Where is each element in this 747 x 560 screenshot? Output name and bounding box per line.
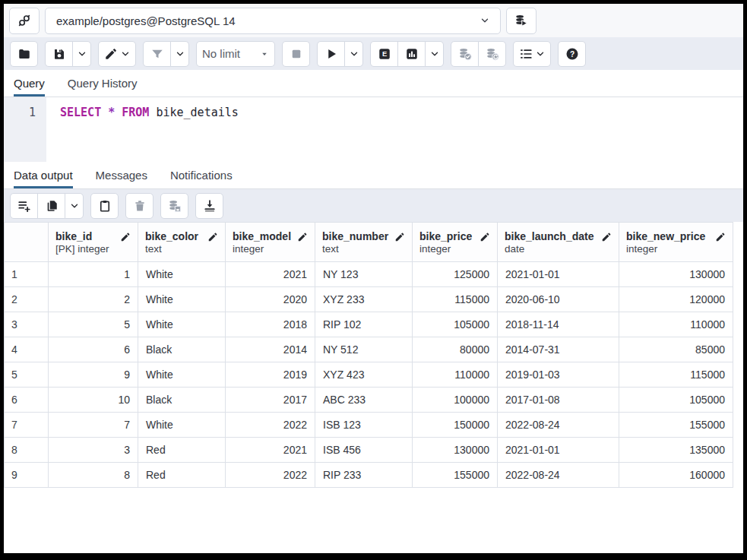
commit-button[interactable] <box>451 41 479 67</box>
grid-cell[interactable]: 80000 <box>413 337 498 362</box>
grid-cell[interactable]: 9 <box>49 362 138 388</box>
grid-cell[interactable]: Red <box>138 438 226 463</box>
grid-cell[interactable]: NY 123 <box>315 262 413 287</box>
connection-selector[interactable]: example/postgres@PostgreSQL 14 <box>45 8 501 34</box>
grid-cell[interactable]: 100000 <box>413 388 498 413</box>
grid-cell[interactable]: 2021-01-01 <box>498 262 619 287</box>
grid-cell[interactable]: 2014 <box>226 337 315 362</box>
macros-button[interactable] <box>513 41 551 67</box>
pencil-icon[interactable] <box>120 232 131 242</box>
grid-cell[interactable]: XYZ 423 <box>315 362 413 388</box>
grid-cell[interactable]: RIP 102 <box>315 312 413 337</box>
cancel-query-button[interactable] <box>282 41 310 67</box>
grid-cell[interactable]: Black <box>138 388 226 413</box>
explain-button[interactable]: E <box>370 41 398 67</box>
row-number[interactable]: 5 <box>5 362 49 388</box>
grid-cell[interactable]: RIP 233 <box>315 463 413 488</box>
column-header-bike_color[interactable]: bike_colortext <box>138 223 226 262</box>
grid-cell[interactable]: 10 <box>49 388 138 413</box>
grid-cell[interactable]: White <box>138 413 226 438</box>
grid-cell[interactable]: 155000 <box>619 413 733 438</box>
add-row-button[interactable] <box>10 193 38 219</box>
explain-analyze-button[interactable] <box>397 41 426 67</box>
grid-cell[interactable]: ISB 456 <box>315 438 413 463</box>
column-header-bike_id[interactable]: bike_id[PK] integer <box>49 223 138 262</box>
grid-cell[interactable]: 2018-11-14 <box>498 312 619 337</box>
grid-corner[interactable] <box>5 223 49 262</box>
save-results-button[interactable] <box>195 193 223 219</box>
grid-cell[interactable]: 2018 <box>226 312 315 337</box>
filter-button[interactable] <box>143 41 171 67</box>
grid-cell[interactable]: 155000 <box>413 463 498 488</box>
grid-cell[interactable]: 135000 <box>619 438 733 463</box>
row-number[interactable]: 9 <box>5 463 49 488</box>
grid-cell[interactable]: NY 512 <box>315 337 413 362</box>
grid-cell[interactable]: 2021 <box>226 262 315 287</box>
grid-cell[interactable]: 160000 <box>619 463 733 488</box>
grid-cell[interactable]: 2017 <box>226 388 315 413</box>
new-connection-button[interactable] <box>506 8 537 34</box>
grid-cell[interactable]: 2014-07-31 <box>498 337 619 362</box>
grid-cell[interactable]: Red <box>138 463 226 488</box>
paste-rows-button[interactable] <box>90 193 119 219</box>
grid-cell[interactable]: 2017-01-08 <box>498 388 619 413</box>
grid-cell[interactable]: 2021 <box>226 438 315 463</box>
grid-cell[interactable]: 6 <box>49 337 138 362</box>
grid-cell[interactable]: 130000 <box>619 262 733 287</box>
grid-cell[interactable]: 2020-06-10 <box>498 287 619 312</box>
edit-button[interactable] <box>98 41 136 67</box>
copy-rows-button[interactable] <box>37 193 65 219</box>
row-number[interactable]: 6 <box>5 388 49 413</box>
grid-cell[interactable]: White <box>138 287 226 312</box>
row-number[interactable]: 8 <box>5 438 49 463</box>
grid-cell[interactable]: Black <box>138 337 226 362</box>
grid-cell[interactable]: ISB 123 <box>315 413 413 438</box>
row-number[interactable]: 1 <box>5 262 49 287</box>
grid-cell[interactable]: 1 <box>49 262 138 287</box>
pencil-icon[interactable] <box>297 232 308 242</box>
explain-options-button[interactable] <box>425 41 444 67</box>
grid-cell[interactable]: White <box>138 312 226 337</box>
row-number[interactable]: 7 <box>5 413 49 438</box>
grid-cell[interactable]: 2019-01-03 <box>498 362 619 388</box>
grid-cell[interactable]: 2022 <box>226 463 315 488</box>
tab-data-output[interactable]: Data output <box>14 162 73 188</box>
pencil-icon[interactable] <box>394 232 405 242</box>
column-header-bike_price[interactable]: bike_priceinteger <box>413 223 498 262</box>
column-header-bike_launch_date[interactable]: bike_launch_datedate <box>498 223 619 262</box>
grid-cell[interactable]: 2022 <box>226 413 315 438</box>
save-file-button[interactable] <box>45 41 73 67</box>
grid-cell[interactable]: 115000 <box>619 362 733 388</box>
grid-cell[interactable]: 105000 <box>413 312 498 337</box>
row-number[interactable]: 2 <box>5 287 49 312</box>
grid-cell[interactable]: 8 <box>49 463 138 488</box>
grid-cell[interactable]: 150000 <box>413 413 498 438</box>
grid-cell[interactable]: 105000 <box>619 388 733 413</box>
save-options-button[interactable] <box>72 41 91 67</box>
rollback-button[interactable] <box>478 41 506 67</box>
grid-cell[interactable]: 120000 <box>619 287 733 312</box>
row-number[interactable]: 4 <box>5 337 49 362</box>
grid-cell[interactable]: 85000 <box>619 337 733 362</box>
grid-cell[interactable]: 2021-01-01 <box>498 438 619 463</box>
grid-cell[interactable]: 2 <box>49 287 138 312</box>
grid-cell[interactable]: 115000 <box>413 287 498 312</box>
execute-query-button[interactable] <box>317 41 345 67</box>
filter-options-button[interactable] <box>170 41 189 67</box>
tab-query[interactable]: Query <box>14 70 45 96</box>
editor-code-area[interactable]: SELECT * FROM bike_details <box>46 97 743 162</box>
grid-cell[interactable]: 125000 <box>413 262 498 287</box>
pencil-icon[interactable] <box>601 232 612 242</box>
open-file-button[interactable] <box>10 41 38 67</box>
column-header-bike_new_price[interactable]: bike_new_priceinteger <box>619 223 733 262</box>
tab-messages[interactable]: Messages <box>96 162 147 188</box>
grid-cell[interactable]: 2022-08-24 <box>498 413 619 438</box>
limit-select[interactable]: No limit <box>196 41 275 67</box>
grid-cell[interactable]: 2022-08-24 <box>498 463 619 488</box>
grid-cell[interactable]: 130000 <box>413 438 498 463</box>
column-header-bike_model[interactable]: bike_modelinteger <box>226 223 315 262</box>
grid-cell[interactable]: 7 <box>49 413 138 438</box>
column-header-bike_number[interactable]: bike_numbertext <box>315 223 413 262</box>
grid-cell[interactable]: 5 <box>49 312 138 337</box>
grid-cell[interactable]: 2020 <box>226 287 315 312</box>
